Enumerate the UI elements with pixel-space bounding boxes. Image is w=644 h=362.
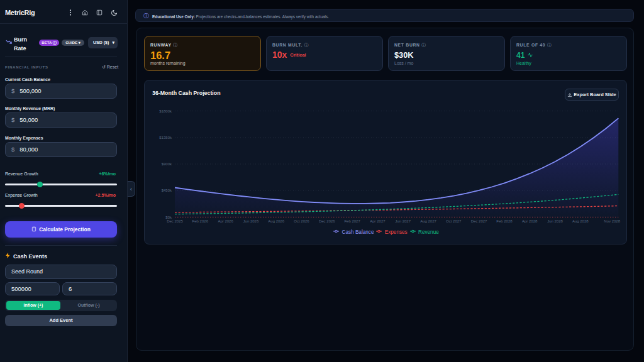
svg-text:Dec 2026: Dec 2026 (319, 219, 335, 223)
svg-text:Feb 2026: Feb 2026 (192, 219, 209, 223)
svg-text:Dec 2025: Dec 2025 (167, 219, 183, 223)
svg-text:Apr 2027: Apr 2027 (370, 219, 386, 223)
svg-text:$900k: $900k (162, 162, 172, 166)
svg-text:Apr 2026: Apr 2026 (218, 219, 233, 223)
svg-text:Nov 2028: Nov 2028 (604, 219, 620, 223)
svg-text:Dec 2027: Dec 2027 (471, 219, 487, 223)
svg-text:Aug 2026: Aug 2026 (268, 219, 284, 223)
svg-text:Aug 2027: Aug 2027 (420, 219, 436, 223)
svg-text:Jun 2028: Jun 2028 (547, 219, 563, 223)
svg-text:$450k: $450k (162, 189, 172, 192)
svg-text:$0k: $0k (165, 216, 172, 219)
svg-text:$1800k: $1800k (159, 109, 172, 113)
svg-text:Feb 2027: Feb 2027 (344, 219, 360, 223)
svg-text:Oct 2027: Oct 2027 (446, 219, 462, 223)
svg-text:Oct 2026: Oct 2026 (294, 219, 309, 223)
svg-text:Jun 2027: Jun 2027 (395, 219, 411, 223)
svg-text:Feb 2028: Feb 2028 (496, 219, 513, 223)
svg-text:$1350k: $1350k (159, 136, 172, 140)
svg-text:Jun 2026: Jun 2026 (243, 219, 259, 223)
svg-text:Aug 2028: Aug 2028 (572, 219, 589, 223)
svg-text:Apr 2028: Apr 2028 (522, 219, 538, 223)
